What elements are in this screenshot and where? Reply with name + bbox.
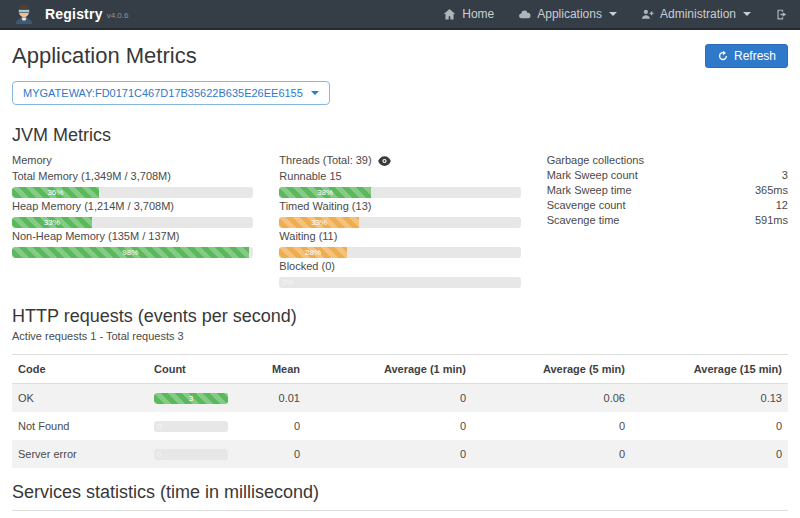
gc-label: Scavenge time — [547, 213, 620, 228]
http-code-cell: Server error — [12, 440, 148, 468]
progress-track: 0 — [154, 449, 228, 460]
gc-label: Mark Sweep count — [547, 168, 638, 183]
instance-selector-label: MYGATEWAY:FD0171C467D17B35622B635E26EE61… — [23, 87, 303, 99]
http-column-header: Average (5 min) — [472, 355, 631, 384]
services-statistics-title: Services statistics (time in millisecond… — [12, 482, 788, 503]
http-requests-section: HTTP requests (events per second) Active… — [12, 306, 788, 468]
navbar-menu: Home Applications Administration — [443, 7, 788, 21]
progress-value-label: 0% — [282, 277, 294, 288]
user-plus-icon — [641, 8, 654, 21]
http-value-cell: 0 — [306, 440, 472, 468]
progress-track: 36% — [12, 187, 253, 198]
page-title: Application Metrics — [12, 43, 197, 69]
memory-metric-label: Heap Memory (1,214M / 3,708M) — [12, 200, 253, 213]
services-column-header: Mean — [494, 511, 536, 518]
gc-row: Mark Sweep time365ms — [547, 183, 788, 198]
registry-avatar-logo — [12, 2, 36, 26]
http-code-cell: OK — [12, 384, 148, 413]
nav-signout[interactable] — [775, 8, 788, 21]
http-value-cell: 0 — [306, 384, 472, 413]
progress-track: 33% — [12, 217, 253, 228]
memory-column: Memory Total Memory (1,349M / 3,708M)36%… — [12, 153, 253, 290]
services-column-header: Service name — [12, 511, 452, 518]
progress-track: 0 — [154, 421, 228, 432]
home-icon — [443, 8, 456, 21]
progress-fill: 3 — [154, 393, 228, 404]
brand-name: Registry — [45, 6, 103, 22]
nav-administration-label: Administration — [660, 7, 736, 21]
progress-value-label: 3 — [189, 393, 193, 404]
eye-icon[interactable] — [378, 156, 391, 166]
progress-fill: 36% — [12, 187, 99, 198]
progress-value-label: 0 — [157, 421, 161, 432]
progress-fill: 33% — [12, 217, 92, 228]
progress-track: 38% — [279, 187, 520, 198]
memory-metric-label: Total Memory (1,349M / 3,708M) — [12, 170, 253, 183]
progress-value-label: 0 — [157, 449, 161, 460]
progress-value-label: 28% — [305, 247, 321, 258]
services-table-header-row: Service nameCountMeanMinp50p75p95p99Max — [12, 511, 788, 518]
progress-track: 33% — [279, 217, 520, 228]
chevron-down-icon — [743, 12, 751, 16]
http-request-row: OK30.0100.060.13 — [12, 384, 788, 413]
nav-home[interactable]: Home — [443, 7, 494, 21]
gc-value: 365ms — [755, 183, 788, 198]
brand-link[interactable]: Registry v4.0.6 — [12, 2, 128, 26]
progress-value-label: 98% — [122, 247, 138, 258]
http-value-cell: 0 — [631, 412, 788, 440]
progress-track: 0% — [279, 277, 520, 288]
gc-column: Garbage collections Mark Sweep count3Mar… — [547, 153, 788, 290]
progress-value-label: 36% — [47, 187, 63, 198]
progress-track: 98% — [12, 247, 253, 258]
gc-value: 591ms — [755, 213, 788, 228]
nav-applications-label: Applications — [537, 7, 602, 21]
chevron-down-icon — [609, 12, 617, 16]
nav-applications[interactable]: Applications — [518, 7, 617, 21]
progress-value-label: 33% — [44, 217, 60, 228]
services-column-header: Max — [746, 511, 788, 518]
nav-home-label: Home — [462, 7, 494, 21]
gc-value: 12 — [776, 198, 788, 213]
gc-value: 3 — [782, 168, 788, 183]
services-column-header: p95 — [662, 511, 704, 518]
cloud-icon — [518, 8, 531, 21]
http-column-header: Code — [12, 355, 148, 384]
thread-metric-label: Blocked (0) — [279, 260, 520, 273]
progress-track: 3 — [154, 393, 228, 404]
thread-metric-label: Waiting (11) — [279, 230, 520, 243]
http-column-header: Average (15 min) — [631, 355, 788, 384]
progress-fill: 28% — [279, 247, 347, 258]
threads-title: Threads (Total: 39) — [279, 153, 371, 168]
gc-row: Scavenge count12 — [547, 198, 788, 213]
gc-row: Scavenge time591ms — [547, 213, 788, 228]
instance-selector-dropdown[interactable]: MYGATEWAY:FD0171C467D17B35622B635E26EE61… — [12, 81, 330, 105]
progress-fill: 33% — [279, 217, 359, 228]
http-value-cell: 0 — [236, 440, 306, 468]
http-requests-subtitle: Active requests 1 - Total requests 3 — [12, 330, 788, 342]
http-value-cell: 0.13 — [631, 384, 788, 413]
http-column-header: Mean — [236, 355, 306, 384]
services-column-header: p50 — [578, 511, 620, 518]
memory-metric-label: Non-Heap Memory (135M / 137M) — [12, 230, 253, 243]
chevron-down-icon — [311, 91, 319, 95]
http-value-cell: 0 — [631, 440, 788, 468]
http-column-header: Average (1 min) — [306, 355, 472, 384]
http-column-header: Count — [148, 355, 236, 384]
http-value-cell: 0 — [472, 440, 631, 468]
gc-row: Mark Sweep count3 — [547, 168, 788, 183]
jvm-metrics-grid: Memory Total Memory (1,349M / 3,708M)36%… — [12, 153, 788, 290]
top-navbar: Registry v4.0.6 Home Applications Admini… — [0, 0, 800, 30]
thread-metric-label: Runnable 15 — [279, 170, 520, 183]
nav-administration[interactable]: Administration — [641, 7, 751, 21]
progress-fill: 38% — [279, 187, 371, 198]
refresh-button-label: Refresh — [734, 49, 776, 63]
services-column-header: p99 — [704, 511, 746, 518]
threads-column: Threads (Total: 39) Runnable 1538%Timed … — [279, 153, 520, 290]
http-count-cell: 0 — [148, 412, 236, 440]
services-statistics-table: Service nameCountMeanMinp50p75p95p99Max … — [12, 510, 788, 518]
thread-metric-label: Timed Waiting (13) — [279, 200, 520, 213]
http-value-cell: 0 — [472, 412, 631, 440]
refresh-button[interactable]: Refresh — [705, 44, 788, 68]
services-column-header: Min — [536, 511, 578, 518]
memory-title: Memory — [12, 153, 52, 168]
